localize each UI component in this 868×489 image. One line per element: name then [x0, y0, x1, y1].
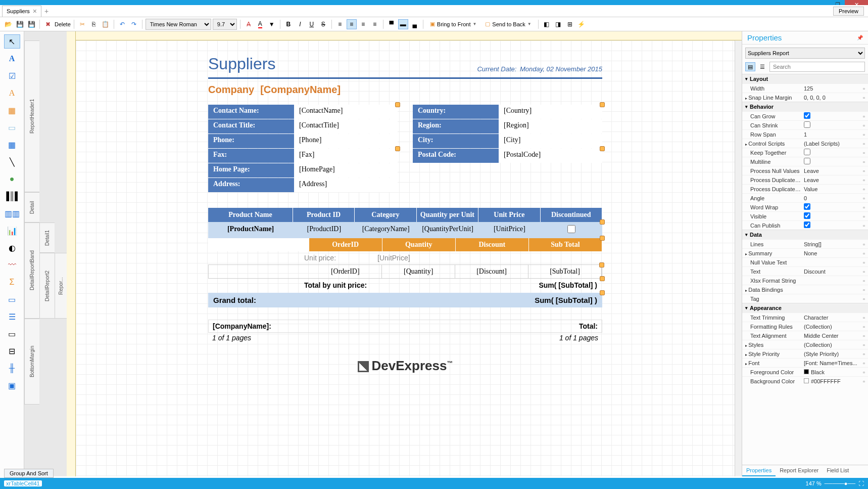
- vertical-scrollbar[interactable]: [735, 40, 742, 476]
- undo-icon[interactable]: ↶: [117, 19, 127, 29]
- redo-icon[interactable]: ↷: [129, 19, 139, 29]
- crossband-line-tool[interactable]: ╫: [4, 361, 20, 375]
- company-row[interactable]: Company [CompanyName]: [208, 79, 602, 101]
- prop-row[interactable]: Styles(Collection)▫: [742, 340, 868, 349]
- cat-behavior[interactable]: Behavior: [742, 102, 868, 111]
- prop-row[interactable]: Angle0▫: [742, 193, 868, 202]
- prop-row[interactable]: Row Span1▫: [742, 129, 868, 139]
- cut-icon[interactable]: ✂: [77, 19, 87, 29]
- paste-icon[interactable]: 📋: [101, 19, 111, 29]
- status-zoom[interactable]: 147 % ─────●── ⛶: [806, 480, 864, 486]
- fill-color-icon[interactable]: ▼: [267, 19, 277, 29]
- cat-data[interactable]: Data: [742, 230, 868, 239]
- total-unit-row[interactable]: Total by unit price: Sum( [SubTotal] ): [208, 279, 602, 292]
- underline-icon[interactable]: U: [307, 19, 317, 29]
- footer-row[interactable]: [CompanyName]: Total:: [208, 320, 602, 333]
- prop-row[interactable]: LinesString[]▫: [742, 239, 868, 248]
- prop-row[interactable]: Foreground ColorBlack▫: [742, 367, 868, 376]
- prop-row[interactable]: Data Bindings▫: [742, 285, 868, 294]
- save-all-icon[interactable]: 💾: [26, 19, 36, 29]
- prop-row[interactable]: Font[Font: Name=Times...▫: [742, 358, 868, 367]
- font-select[interactable]: Times New Roman: [146, 19, 211, 30]
- add-tab-button[interactable]: +: [41, 7, 52, 15]
- field-row[interactable]: Country:[Country]: [413, 105, 602, 119]
- table-tool[interactable]: ▦: [4, 138, 20, 152]
- discontinued-checkbox[interactable]: [567, 225, 575, 233]
- barcode-tool[interactable]: ▐║▌: [4, 189, 20, 203]
- cat-appearance[interactable]: Appearance: [742, 303, 868, 313]
- band-reportheader[interactable]: ReportHeader1: [24, 40, 39, 192]
- band-detail[interactable]: Detail: [24, 192, 39, 223]
- prop-row[interactable]: Can Publish▫: [742, 220, 868, 230]
- prop-row[interactable]: Style Priority(Style Priority)▫: [742, 349, 868, 358]
- bring-to-front-button[interactable]: ▣Bring to Front▼: [426, 19, 480, 30]
- strikethrough-icon[interactable]: S: [318, 19, 328, 29]
- tab-properties[interactable]: Properties: [742, 465, 776, 476]
- group-and-sort-tab[interactable]: Group And Sort: [4, 469, 54, 478]
- align-center-icon[interactable]: ≡: [347, 19, 357, 29]
- prop-row[interactable]: Formatting Rules(Collection)▫: [742, 322, 868, 331]
- prop-row[interactable]: Snap Line Margin0, 0, 0, 0▫: [742, 93, 868, 102]
- prop-row[interactable]: SummaryNone▫: [742, 248, 868, 257]
- bold-icon[interactable]: B: [283, 19, 294, 29]
- pagebreak-tool[interactable]: ⊟: [4, 344, 20, 358]
- align-left-icon[interactable]: ≡: [335, 19, 345, 29]
- band-detail1[interactable]: Detail1: [39, 223, 55, 253]
- report-canvas[interactable]: Suppliers Current Date: Monday, 02 Novem…: [76, 40, 735, 476]
- field-row[interactable]: Phone:[Phone]: [208, 134, 398, 148]
- prop-row[interactable]: Background Color#00FFFFFF▫: [742, 376, 868, 385]
- send-to-back-button[interactable]: ▢Send to Back▼: [481, 19, 535, 30]
- field-row[interactable]: Address:[Address]: [208, 178, 398, 192]
- prop-row[interactable]: Process Duplicates Ta...Value▫: [742, 184, 868, 193]
- open-icon[interactable]: 📂: [3, 19, 13, 29]
- copy-icon[interactable]: ⎘: [89, 19, 99, 29]
- alphabetical-view-icon[interactable]: ☰: [757, 62, 767, 71]
- band-bottommargin[interactable]: BottomMargin: [24, 319, 39, 405]
- preview-button[interactable]: Preview: [833, 7, 864, 16]
- italic-icon[interactable]: I: [295, 19, 305, 29]
- prop-row[interactable]: Text AlignmentMiddle Center▫: [742, 331, 868, 340]
- zoom4-icon[interactable]: ⚡: [576, 19, 587, 29]
- prop-row[interactable]: Xlsx Format String▫: [742, 276, 868, 285]
- properties-search[interactable]: [769, 62, 865, 72]
- band-repor[interactable]: Repor...: [55, 253, 67, 319]
- band-detailreportband[interactable]: DetailReportBand: [24, 223, 39, 319]
- valign-middle-icon[interactable]: ▬: [398, 19, 408, 29]
- report-title-row[interactable]: Suppliers Current Date: Monday, 02 Novem…: [208, 51, 602, 79]
- align-right-icon[interactable]: ≡: [358, 19, 368, 29]
- prop-row[interactable]: Word Wrap▫: [742, 202, 868, 211]
- zipcode-tool[interactable]: ▥▥: [4, 206, 20, 220]
- label-tool[interactable]: A: [4, 52, 20, 66]
- sparkline-tool[interactable]: 〰: [4, 258, 20, 272]
- font-color-icon[interactable]: A: [255, 19, 265, 29]
- valign-top-icon[interactable]: ▀: [387, 19, 397, 29]
- toc-tool[interactable]: ☰: [4, 309, 20, 324]
- properties-object-select[interactable]: Suppliers Report: [745, 48, 865, 59]
- zoom-icon[interactable]: ◧: [542, 19, 552, 29]
- pages-row[interactable]: 1 of 1 pages 1 of 1 pages: [208, 333, 602, 343]
- prop-row[interactable]: Keep Together▫: [742, 148, 868, 157]
- field-row[interactable]: Fax:[Fax]: [208, 149, 398, 163]
- unit-price-row[interactable]: Unit price: [UnitPrice]: [208, 251, 602, 264]
- clear-format-icon[interactable]: A̶: [244, 19, 254, 29]
- band-detailreport2[interactable]: DetailReport2: [39, 253, 55, 319]
- product-header[interactable]: Product Name Product ID Category Quantit…: [208, 208, 602, 222]
- field-row[interactable]: Home Page:[HomePage]: [208, 163, 398, 177]
- prop-row[interactable]: Null Value Text▫: [742, 257, 868, 266]
- field-row[interactable]: City:[City]: [413, 134, 602, 148]
- align-justify-icon[interactable]: ≡: [370, 19, 380, 29]
- order-values-row[interactable]: [OrderID] [Quantity] [Discount] [SubTota…: [208, 264, 602, 279]
- pageinfo-tool[interactable]: ▭: [4, 327, 20, 341]
- field-row[interactable]: Contact Title:[ContactTitle]: [208, 119, 398, 134]
- richtext-tool[interactable]: A: [4, 86, 20, 100]
- prop-row[interactable]: Control Scripts(Label Scripts)▫: [742, 139, 868, 148]
- prop-row[interactable]: Visible▫: [742, 211, 868, 220]
- delete-icon[interactable]: ✖: [43, 19, 53, 29]
- zoom2-icon[interactable]: ◨: [553, 19, 563, 29]
- tab-report-explorer[interactable]: Report Explorer: [776, 465, 823, 476]
- pointer-tool[interactable]: ↖: [4, 34, 20, 49]
- tab-field-list[interactable]: Field List: [823, 465, 853, 476]
- prop-row[interactable]: Process Null ValuesLeave▫: [742, 166, 868, 175]
- prop-row[interactable]: Text TrimmingCharacter▫: [742, 313, 868, 322]
- crossband-box-tool[interactable]: ▣: [4, 378, 20, 392]
